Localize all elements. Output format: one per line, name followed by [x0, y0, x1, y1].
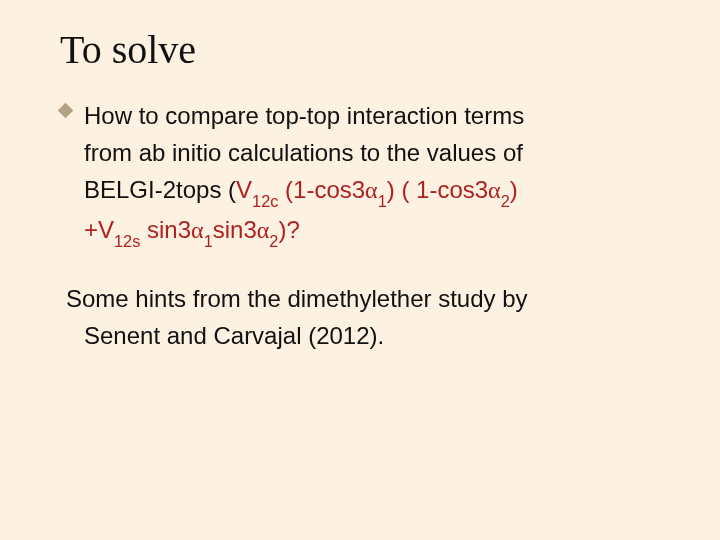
v12s-plus: +V: [84, 216, 114, 243]
alpha-icon: α: [191, 217, 204, 243]
v12s-sub: 12s: [114, 232, 140, 250]
alpha-icon: α: [257, 217, 270, 243]
slide-title: To solve: [60, 26, 680, 73]
p1-line2: from ab initio calculations to the value…: [84, 139, 523, 166]
p2-line2: Senent and Carvajal (2012).: [84, 317, 384, 354]
v12c-sub: 12c: [252, 192, 278, 210]
alpha-icon: α: [365, 177, 378, 203]
v12s-sin2: sin3: [213, 216, 257, 243]
v12c-seg1: (1-cos3: [278, 176, 365, 203]
p2-line1: Some hints from the dimethylether study …: [66, 285, 528, 312]
v12c-seg2: ) ( 1-cos3: [387, 176, 488, 203]
v12c-v: V: [236, 176, 252, 203]
v12s-tail: )?: [278, 216, 299, 243]
paragraph-1: How to compare top-top interaction terms…: [84, 97, 680, 252]
v12c-close: ): [510, 176, 518, 203]
alpha1b-sub: 1: [204, 232, 213, 250]
term-v12c: V12c (1-cos3α1) ( 1-cos3α2): [236, 176, 518, 203]
p1-line1: How to compare top-top interaction terms: [84, 102, 524, 129]
paragraph-2: Some hints from the dimethylether study …: [66, 280, 680, 354]
alpha2b-sub: 2: [269, 232, 278, 250]
alpha-icon: α: [488, 177, 501, 203]
v12s-sin1: sin3: [140, 216, 191, 243]
bullet-icon: [58, 103, 74, 119]
alpha1-sub: 1: [378, 192, 387, 210]
content-block-1: How to compare top-top interaction terms…: [60, 97, 680, 252]
slide: To solve How to compare top-top interact…: [0, 0, 720, 540]
alpha2-sub: 2: [501, 192, 510, 210]
p1-line3-pre: BELGI-2tops (: [84, 176, 236, 203]
term-v12s: +V12s sin3α1sin3α2)?: [84, 216, 300, 243]
